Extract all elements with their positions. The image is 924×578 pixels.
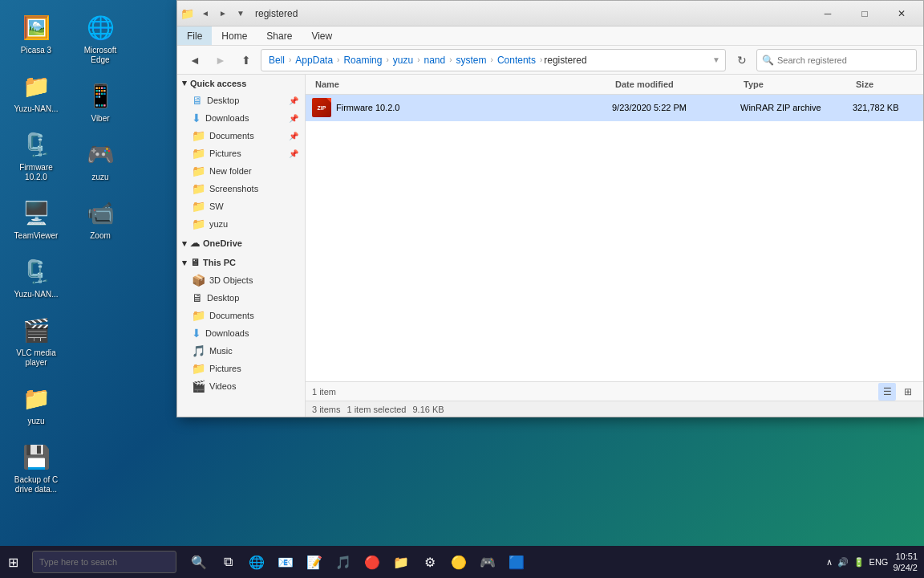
desktop-icon-yuzu-nan1[interactable]: 📁 Yuzu-NAN...: [8, 67, 64, 117]
breadcrumb-bell[interactable]: Bell: [266, 53, 287, 67]
sidebar-pictures-label: Pictures: [209, 149, 241, 158]
forward-button[interactable]: ►: [209, 49, 232, 71]
edge-icon: 🌐: [84, 11, 116, 43]
taskbar-mail[interactable]: 📧: [273, 549, 298, 575]
quick-access-section: ▾ Quick access 🖥 Desktop 📌 ⬇ Downloads 📌…: [177, 75, 305, 233]
refresh-button[interactable]: ↻: [731, 49, 753, 71]
title-nav-forward[interactable]: ►: [215, 6, 231, 22]
back-button[interactable]: ◄: [184, 49, 206, 71]
sidebar-item-documents[interactable]: 📁 Documents 📌: [177, 127, 305, 144]
downloads-pin-icon: 📌: [289, 114, 298, 123]
address-bar[interactable]: Bell › AppData › Roaming › yuzu › nand ›…: [261, 49, 726, 71]
breadcrumb-contents[interactable]: Contents: [495, 53, 538, 67]
view-controls: ☰ ⊞: [878, 383, 917, 401]
file-list-header: Name Date modified Type Size: [306, 75, 923, 95]
details-view-button[interactable]: ☰: [878, 383, 896, 401]
sidebar-item-pc-pictures[interactable]: 📁 Pictures: [177, 360, 305, 377]
firmware-label: Firmware 10.2.0: [11, 163, 61, 182]
taskbar-app3[interactable]: ⚙: [417, 549, 443, 575]
taskbar-task-view[interactable]: ⧉: [215, 549, 241, 575]
sidebar-item-music[interactable]: 🎵 Music: [177, 342, 305, 360]
breadcrumb-system[interactable]: system: [454, 53, 489, 67]
file-list: ZIP Firmware 10.2.0 9/23/2020 5:22 PM Wi…: [306, 95, 923, 381]
title-nav-down[interactable]: ▼: [233, 6, 249, 22]
col-header-size[interactable]: Size: [853, 78, 917, 91]
close-button[interactable]: ✕: [883, 1, 920, 26]
zip-file-icon: ZIP: [312, 98, 331, 117]
sidebar-item-downloads[interactable]: ⬇ Downloads 📌: [177, 109, 305, 127]
desktop-icon-zoom[interactable]: 📹 Zoom: [72, 193, 128, 244]
file-size: 321,782 KB: [853, 103, 917, 112]
desktop-icon-teamviewer[interactable]: 🖥️ TeamViewer: [8, 193, 64, 244]
sidebar-item-pc-downloads[interactable]: ⬇ Downloads: [177, 324, 305, 342]
taskbar-search-btn[interactable]: 🔍: [186, 549, 212, 575]
taskbar-chevron-up-icon[interactable]: ∧: [826, 557, 833, 568]
taskbar-app4[interactable]: 🎮: [475, 549, 500, 575]
zoom-label: Zoom: [90, 231, 111, 241]
menu-home[interactable]: Home: [212, 26, 257, 45]
pictures-pin-icon: 📌: [289, 149, 298, 158]
desktop-icon-picasa[interactable]: 🖼️ Picasa 3: [8, 8, 64, 59]
up-button[interactable]: ⬆: [235, 49, 257, 71]
address-dropdown-icon[interactable]: ▼: [712, 55, 720, 64]
sidebar-item-3d-objects[interactable]: 📦 3D Objects: [177, 271, 305, 289]
sidebar-item-desktop[interactable]: 🖥 Desktop 📌: [177, 92, 305, 109]
tiles-view-button[interactable]: ⊞: [899, 383, 917, 401]
col-header-name[interactable]: Name: [312, 78, 612, 91]
sidebar-item-screenshots[interactable]: 📁 Screenshots: [177, 180, 305, 197]
minimize-button[interactable]: ─: [809, 1, 846, 26]
breadcrumb-roaming[interactable]: Roaming: [341, 53, 384, 67]
sidebar-item-yuzu[interactable]: 📁 yuzu: [177, 215, 305, 233]
menu-share[interactable]: Share: [257, 26, 302, 45]
taskbar-app2[interactable]: 🔴: [359, 549, 385, 575]
maximize-button[interactable]: □: [846, 1, 883, 26]
sidebar-item-pc-desktop[interactable]: 🖥 Desktop: [177, 289, 305, 307]
table-row[interactable]: ZIP Firmware 10.2.0 9/23/2020 5:22 PM Wi…: [306, 95, 923, 121]
menu-view[interactable]: View: [302, 26, 342, 45]
breadcrumb-nand[interactable]: nand: [421, 53, 448, 67]
breadcrumb-yuzu[interactable]: yuzu: [391, 53, 415, 67]
sidebar-item-new-folder[interactable]: 📁 New folder: [177, 162, 305, 180]
desktop-icon-yuzu-nan2[interactable]: 🗜️ Yuzu-NAN...: [8, 252, 64, 303]
col-header-date[interactable]: Date modified: [612, 78, 740, 91]
taskbar-search-input[interactable]: [39, 557, 169, 567]
breadcrumb-appdata[interactable]: AppData: [293, 53, 335, 67]
quick-access-header[interactable]: ▾ Quick access: [177, 75, 305, 92]
picasa-label: Picasa 3: [21, 46, 51, 55]
sidebar-desktop-label: Desktop: [207, 96, 239, 105]
taskbar-edge[interactable]: 🌐: [244, 549, 270, 575]
desktop-icon-viber[interactable]: 📱 Viber: [72, 76, 128, 127]
sidebar-item-sw[interactable]: 📁 SW: [177, 197, 305, 215]
taskbar-search[interactable]: [32, 551, 176, 573]
sidebar-item-videos[interactable]: 🎬 Videos: [177, 377, 305, 395]
sidebar-item-pc-documents[interactable]: 📁 Documents: [177, 307, 305, 324]
breadcrumb: Bell › AppData › Roaming › yuzu › nand ›…: [266, 53, 712, 67]
status-bar: 1 item ☰ ⊞: [306, 381, 923, 401]
onedrive-label: OneDrive: [203, 238, 242, 248]
start-button[interactable]: ⊞: [0, 549, 26, 575]
bottom-status-bar: 3 items 1 item selected 9.16 KB: [306, 401, 923, 417]
menu-file[interactable]: File: [177, 26, 212, 45]
title-nav-back[interactable]: ◄: [197, 6, 213, 22]
desktop-icon-edge[interactable]: 🌐 Microsoft Edge: [72, 8, 128, 68]
taskbar-chrome[interactable]: 🟡: [446, 549, 472, 575]
desktop-icon-yuzu[interactable]: 📁 yuzu: [8, 379, 64, 429]
taskbar-time[interactable]: 10:51 9/24/2: [893, 551, 918, 574]
taskbar-word[interactable]: 📝: [302, 549, 327, 575]
onedrive-header[interactable]: ▾ ☁ OneDrive: [177, 234, 305, 252]
search-input[interactable]: [777, 55, 911, 65]
desktop-icon-backup[interactable]: 💾 Backup of C drive data...: [8, 438, 64, 498]
taskbar-app5[interactable]: 🟦: [504, 549, 529, 575]
desktop-icon-firmware[interactable]: 🗜️ Firmware 10.2.0: [8, 125, 64, 185]
file-date: 9/23/2020 5:22 PM: [612, 103, 740, 112]
sidebar-item-pictures[interactable]: 📁 Pictures 📌: [177, 144, 305, 162]
desktop-icon-vlc[interactable]: 🎬 VLC media player: [8, 311, 64, 371]
sidebar-downloads-label: Downloads: [205, 113, 249, 123]
col-header-type[interactable]: Type: [740, 78, 853, 91]
desktop-icon-zuzu[interactable]: 🎮 zuzu: [72, 135, 128, 185]
taskbar-folder[interactable]: 📁: [388, 549, 414, 575]
search-bar[interactable]: 🔍: [756, 49, 917, 71]
music-icon: 🎵: [192, 344, 205, 357]
taskbar-app1[interactable]: 🎵: [330, 549, 356, 575]
this-pc-header[interactable]: ▾ 🖥 This PC: [177, 254, 305, 271]
